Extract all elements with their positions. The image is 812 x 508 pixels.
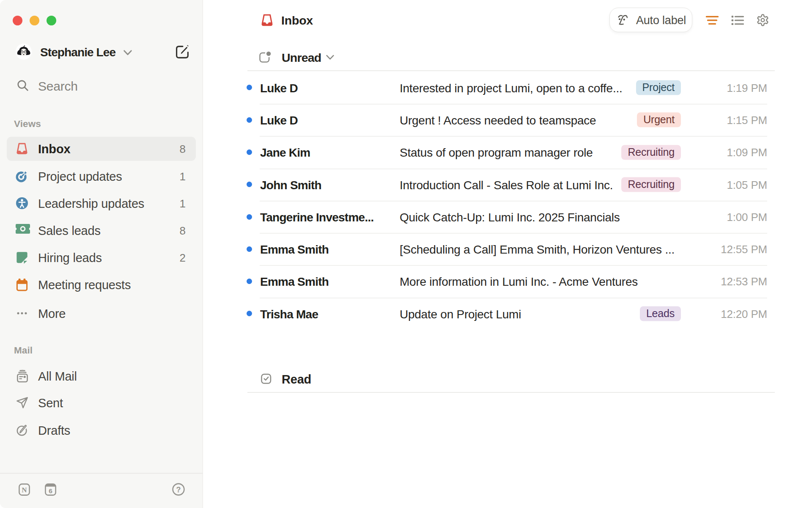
svg-text:N: N	[22, 486, 27, 494]
svg-text:?: ?	[176, 486, 181, 494]
svg-text:6: 6	[49, 487, 52, 494]
